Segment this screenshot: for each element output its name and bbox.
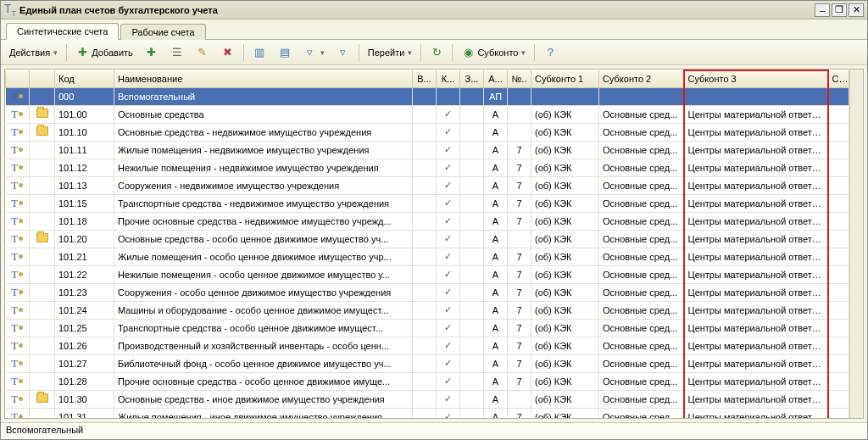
table-row[interactable]: T101.12Нежилые помещения - недвижимое им… xyxy=(6,159,849,176)
table-row[interactable]: T101.22Нежилые помещения - особо ценное … xyxy=(6,265,849,283)
row-type-icon: T xyxy=(6,390,30,408)
filter-icon: ▿ xyxy=(303,46,317,59)
col-code[interactable]: Код xyxy=(55,70,114,87)
close-button[interactable]: ✕ xyxy=(849,3,864,17)
cell-sc xyxy=(828,283,849,301)
col-sub1[interactable]: Субконто 1 xyxy=(531,70,599,87)
table-row[interactable]: T101.27Библиотечный фонд - особо ценное … xyxy=(6,354,849,372)
minimize-button[interactable]: – xyxy=(815,3,830,17)
cell-v xyxy=(413,141,437,159)
cell-k xyxy=(437,372,460,390)
cell-a: А xyxy=(484,372,508,390)
cell-sub2: Основные сред... xyxy=(599,176,684,194)
tab-synthetic[interactable]: Синтетические счета xyxy=(6,23,119,40)
row-type-icon: T xyxy=(6,87,30,105)
cell-v xyxy=(413,283,437,301)
table-row[interactable]: T101.24Машины и оборудование - особо цен… xyxy=(6,301,849,319)
cell-sub2 xyxy=(599,87,684,105)
table-row[interactable]: T101.18Прочие основные средства - недвиж… xyxy=(6,212,849,230)
cell-n: 7 xyxy=(508,354,531,372)
tab-working[interactable]: Рабочие счета xyxy=(120,24,205,40)
table-row[interactable]: T101.10Основные средства - недвижимое им… xyxy=(6,123,849,141)
cell-k xyxy=(437,194,460,212)
col-sub2[interactable]: Субконто 2 xyxy=(599,70,684,87)
table-row[interactable]: T101.21Жилые помещения - особо ценное дв… xyxy=(6,248,849,265)
table-row[interactable]: T101.15Транспортные средства - недвижимо… xyxy=(6,194,849,212)
cell-sc xyxy=(828,372,849,390)
cell-sub3: Центры материальной ответст... xyxy=(684,408,828,418)
col-n[interactable]: №.. xyxy=(508,70,531,87)
col-v[interactable]: В... xyxy=(413,70,437,87)
move-button[interactable]: ▤ xyxy=(273,43,297,62)
table-row[interactable]: T101.26Производственный и хозяйственный … xyxy=(6,337,849,354)
table-row[interactable]: T000ВспомогательныйАП xyxy=(6,87,849,105)
grid-container: Код Наименование В... К... З... А... №..… xyxy=(4,69,864,419)
add-folder-button[interactable]: ✚ xyxy=(140,43,164,62)
col-a[interactable]: А... xyxy=(484,70,508,87)
help-button[interactable]: ? xyxy=(538,43,562,62)
col-sub3[interactable]: Субконто 3 xyxy=(684,70,828,87)
filter-button[interactable]: ▿▾ xyxy=(298,43,330,62)
cell-a: А xyxy=(484,212,508,230)
cell-sub3: Центры материальной ответст... xyxy=(684,337,828,354)
vertical-scrollbar[interactable] xyxy=(849,70,863,418)
row-type-icon: T xyxy=(6,372,30,390)
toolbar: Действия▾ ✚Добавить ✚ ☰ ✎ ✖ ▥ ▤ ▿▾ ▿ Пер… xyxy=(1,40,867,65)
cell-name: Библиотечный фонд - особо ценное движимо… xyxy=(114,354,413,372)
cell-code: 101.18 xyxy=(55,212,114,230)
refresh-button[interactable]: ↻ xyxy=(425,43,448,62)
cell-sub2: Основные сред... xyxy=(599,123,684,141)
row-folder-icon xyxy=(30,176,55,194)
cell-sub1: (об) КЭК xyxy=(531,141,599,159)
cell-n: 7 xyxy=(508,283,531,301)
cell-n: 7 xyxy=(508,194,531,212)
table-row[interactable]: T101.23Сооружения - особо ценное движимо… xyxy=(6,283,849,301)
col-z[interactable]: З... xyxy=(460,70,484,87)
cell-n xyxy=(508,390,531,408)
cell-name: Нежилые помещения - особо ценное движимо… xyxy=(114,265,413,283)
cell-z xyxy=(460,105,484,123)
table-row[interactable]: T101.13Сооружения - недвижимое имущество… xyxy=(6,176,849,194)
cell-sub2: Основные сред... xyxy=(599,212,684,230)
table-row[interactable]: T101.28Прочие основные средства - особо … xyxy=(6,372,849,390)
cell-z xyxy=(460,265,484,283)
maximize-button[interactable]: ❐ xyxy=(832,3,847,17)
status-bar: Вспомогательный xyxy=(1,422,867,439)
cell-code: 101.20 xyxy=(55,230,114,248)
col-sc[interactable]: С... xyxy=(828,70,849,87)
actions-menu[interactable]: Действия▾ xyxy=(4,43,63,62)
table-row[interactable]: T101.30Основные средства - иное движимое… xyxy=(6,390,849,408)
table-row[interactable]: T101.31Жилые помещения - иное движимое и… xyxy=(6,408,849,418)
cell-z xyxy=(460,390,484,408)
clear-filter-button[interactable]: ▿ xyxy=(331,43,355,62)
col-k[interactable]: К... xyxy=(437,70,460,87)
cell-n: 7 xyxy=(508,248,531,265)
goto-menu[interactable]: Перейти▾ xyxy=(363,43,418,62)
cell-code: 101.13 xyxy=(55,176,114,194)
cell-a: А xyxy=(484,301,508,319)
delete-button[interactable]: ✖ xyxy=(216,43,240,62)
subconto-button[interactable]: ◉Субконто▾ xyxy=(456,43,531,62)
table-row[interactable]: T101.25Транспортные средства - особо цен… xyxy=(6,319,849,337)
cell-k xyxy=(437,301,460,319)
col-name[interactable]: Наименование xyxy=(114,70,413,87)
table-row[interactable]: T101.00Основные средстваА(об) КЭКОсновны… xyxy=(6,105,849,123)
cell-n: 7 xyxy=(508,408,531,418)
cell-name: Жилые помещения - недвижимое имущество у… xyxy=(114,141,413,159)
cell-sub3: Центры материальной ответст... xyxy=(684,354,828,372)
hierarchy-button[interactable]: ▥ xyxy=(248,43,271,62)
accounts-table[interactable]: Код Наименование В... К... З... А... №..… xyxy=(5,70,849,418)
cell-k xyxy=(437,212,460,230)
cell-n: 7 xyxy=(508,265,531,283)
cell-sub1: (об) КЭК xyxy=(531,354,599,372)
copy-button[interactable]: ☰ xyxy=(165,43,189,62)
table-row[interactable]: T101.11Жилые помещения - недвижимое имущ… xyxy=(6,141,849,159)
cell-a: А xyxy=(484,283,508,301)
cell-name: Машины и оборудование - особо ценное дви… xyxy=(114,301,413,319)
cell-sc xyxy=(828,301,849,319)
cell-name: Жилые помещения - особо ценное движимое … xyxy=(114,248,413,265)
row-type-icon: T xyxy=(6,123,30,141)
table-row[interactable]: T101.20Основные средства - особо ценное … xyxy=(6,230,849,248)
edit-button[interactable]: ✎ xyxy=(191,43,214,62)
add-button[interactable]: ✚Добавить xyxy=(70,43,138,62)
